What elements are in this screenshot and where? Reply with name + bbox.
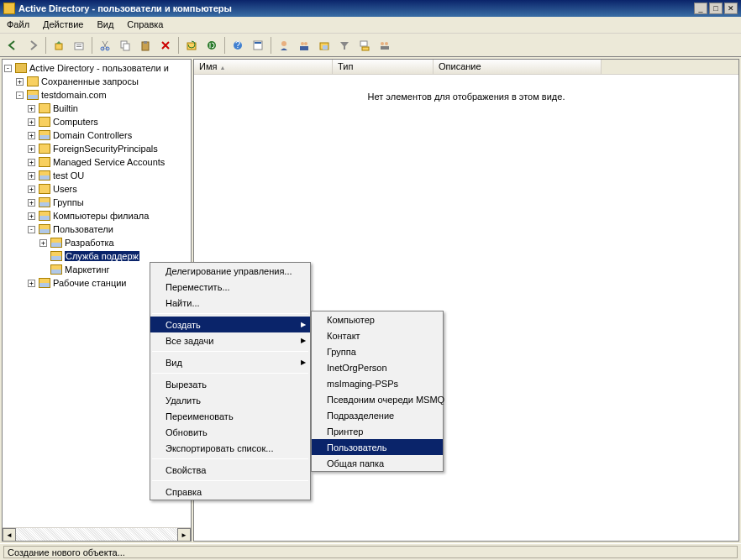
menu-item[interactable]: Вырезать bbox=[150, 376, 310, 392]
menu-item[interactable]: Все задачи▶ bbox=[150, 332, 310, 348]
tree-item[interactable]: +Computers bbox=[4, 115, 189, 128]
svg-rect-19 bbox=[300, 46, 308, 50]
tree-item[interactable]: -testdomain.com bbox=[4, 88, 189, 102]
menu-action[interactable]: Действие bbox=[36, 17, 90, 33]
tree-item[interactable]: +Users bbox=[4, 182, 189, 196]
scroll-right-button[interactable]: ► bbox=[177, 528, 191, 542]
svg-point-25 bbox=[385, 42, 388, 45]
menu-item[interactable]: Компьютер bbox=[312, 311, 443, 327]
tree-item-label: Managed Service Accounts bbox=[53, 157, 165, 167]
tree-item[interactable]: +Разработка bbox=[4, 236, 189, 249]
tree-item[interactable]: +Domain Controllers bbox=[4, 128, 189, 142]
toolbar-cut-button[interactable] bbox=[96, 36, 114, 55]
menu-item[interactable]: Справка bbox=[150, 484, 310, 500]
tree-expander[interactable]: + bbox=[28, 105, 35, 113]
folder-icon bbox=[39, 103, 50, 113]
menu-item[interactable]: Переместить... bbox=[150, 279, 310, 295]
tree-expander[interactable]: + bbox=[28, 118, 35, 126]
menu-item[interactable]: Группа bbox=[312, 343, 443, 359]
toolbar-more-button[interactable] bbox=[376, 36, 394, 55]
tree-item[interactable]: +Сохраненные запросы bbox=[4, 75, 189, 88]
menu-item[interactable]: Экспортировать список... bbox=[150, 440, 310, 456]
tree-item[interactable]: +ForeignSecurityPrincipals bbox=[4, 142, 189, 155]
svg-rect-21 bbox=[323, 45, 328, 50]
tree-item[interactable]: +Builtin bbox=[4, 102, 189, 115]
toolbar-up-button[interactable] bbox=[50, 36, 68, 55]
scroll-left-button[interactable]: ◄ bbox=[3, 528, 16, 542]
toolbar-back-button[interactable] bbox=[3, 36, 22, 55]
menu-item[interactable]: Свойства bbox=[150, 462, 310, 478]
svg-rect-0 bbox=[55, 44, 62, 50]
toolbar-find-button[interactable] bbox=[355, 36, 374, 55]
svg-text:?: ? bbox=[235, 39, 240, 50]
tree-item[interactable]: +Группы bbox=[4, 196, 189, 209]
menu-help[interactable]: Справка bbox=[120, 17, 170, 33]
toolbar-open-button[interactable] bbox=[70, 36, 88, 55]
menu-view[interactable]: Вид bbox=[90, 17, 120, 33]
tree-item[interactable]: -Пользователи bbox=[4, 222, 189, 236]
folder-icon bbox=[50, 264, 62, 275]
tree-item[interactable]: +test OU bbox=[4, 169, 189, 182]
toolbar-paste-button[interactable] bbox=[136, 36, 155, 55]
menu-item[interactable]: Обновить bbox=[150, 424, 310, 440]
toolbar-stop-button[interactable] bbox=[202, 36, 221, 55]
svg-rect-7 bbox=[124, 44, 129, 50]
menu-item[interactable]: Делегирование управления... bbox=[150, 263, 310, 279]
tree-expander[interactable]: - bbox=[28, 226, 35, 233]
tree-expander[interactable]: + bbox=[39, 239, 47, 247]
menu-item[interactable]: Переименовать bbox=[150, 408, 310, 424]
menu-item[interactable]: Найти... bbox=[150, 295, 310, 311]
tree-expander[interactable]: + bbox=[28, 132, 35, 139]
tree-expander[interactable]: - bbox=[4, 65, 12, 72]
tree-item[interactable]: Служба поддерж bbox=[4, 249, 189, 263]
menu-item[interactable]: Удалить bbox=[150, 392, 310, 408]
column-header[interactable]: Тип bbox=[333, 60, 434, 74]
tree-item-label: Users bbox=[53, 184, 77, 194]
tree-item[interactable]: +Компьютеры филиала bbox=[4, 209, 189, 222]
column-header[interactable]: Описание bbox=[434, 60, 602, 74]
menu-item[interactable]: Псевдоним очереди MSMQ bbox=[312, 391, 443, 407]
menu-item[interactable]: Пользователь bbox=[312, 439, 443, 455]
tree-expander[interactable]: + bbox=[28, 159, 35, 166]
toolbar-forward-button[interactable] bbox=[24, 36, 42, 55]
tree-expander[interactable]: + bbox=[28, 199, 35, 207]
tree-expander[interactable]: - bbox=[16, 92, 24, 99]
toolbar-help-button[interactable]: ? bbox=[229, 36, 247, 55]
tree-expander[interactable]: + bbox=[28, 186, 35, 193]
menu-item[interactable]: Принтер bbox=[312, 423, 443, 439]
toolbar-ou-button[interactable] bbox=[315, 36, 334, 55]
menu-item[interactable]: Общая папка bbox=[312, 455, 443, 471]
toolbar-copy-button[interactable] bbox=[116, 36, 134, 55]
tree-item[interactable]: +Managed Service Accounts bbox=[4, 155, 189, 169]
tree-expander[interactable]: + bbox=[28, 172, 35, 180]
menu-item[interactable]: Контакт bbox=[312, 327, 443, 343]
svg-rect-3 bbox=[76, 46, 81, 47]
folder-icon bbox=[27, 90, 39, 100]
menu-item[interactable]: Создать▶ bbox=[150, 317, 310, 332]
close-button[interactable]: ✕ bbox=[724, 3, 738, 14]
menu-file[interactable]: Файл bbox=[0, 17, 36, 33]
tree-expander[interactable]: + bbox=[28, 212, 35, 220]
menu-item[interactable]: Вид▶ bbox=[150, 354, 310, 370]
toolbar-refresh-button[interactable] bbox=[182, 36, 201, 55]
minimize-button[interactable]: _ bbox=[694, 3, 707, 14]
toolbar-group-button[interactable] bbox=[295, 36, 313, 55]
tree-item-label: testdomain.com bbox=[41, 90, 107, 100]
tree-expander[interactable]: + bbox=[16, 78, 24, 86]
toolbar-props-button[interactable] bbox=[249, 36, 267, 55]
column-header[interactable]: Имя ▲ bbox=[194, 60, 333, 74]
tree-item[interactable]: -Active Directory - пользователи и bbox=[4, 61, 189, 75]
menu-item[interactable]: Подразделение bbox=[312, 407, 443, 423]
tree-item-label: test OU bbox=[53, 170, 84, 181]
menu-item[interactable]: InetOrgPerson bbox=[312, 359, 443, 375]
tree-expander[interactable]: + bbox=[28, 280, 35, 287]
maximize-button[interactable]: □ bbox=[709, 3, 723, 14]
toolbar-user-button[interactable] bbox=[275, 36, 293, 55]
toolbar-filter-button[interactable] bbox=[335, 36, 354, 55]
tree-hscroll[interactable]: ◄ ► bbox=[3, 527, 191, 541]
tree-expander[interactable]: + bbox=[28, 145, 35, 153]
tree-item-label: Active Directory - пользователи и bbox=[29, 63, 169, 73]
menu-item[interactable]: msImaging-PSPs bbox=[312, 375, 443, 391]
toolbar-delete-button[interactable] bbox=[156, 36, 175, 55]
tree-item-label: Computers bbox=[53, 117, 98, 127]
